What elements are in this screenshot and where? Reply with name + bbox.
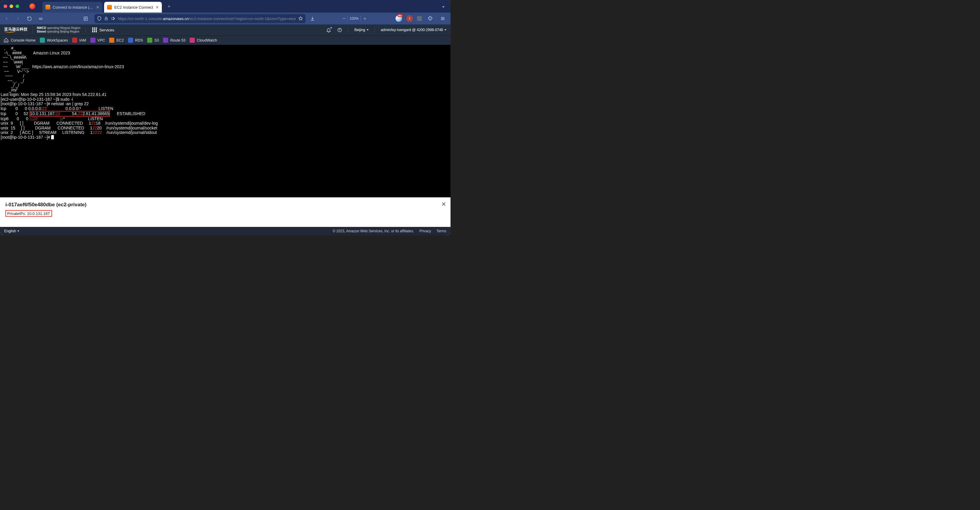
new-tab-button[interactable]: ＋ <box>164 3 174 10</box>
minimize-window-button[interactable] <box>10 5 13 8</box>
downloads-icon[interactable] <box>309 14 317 23</box>
aws-favicon-icon <box>46 5 50 10</box>
prompt-line: [ec2-user@ip-10-0-131-187 ~]$ sudo -i <box>1 97 73 102</box>
region-label: Beijing <box>355 28 365 32</box>
account-menu[interactable]: admin/lxy-Isengard @ 4200-2996-0748 <box>381 28 446 32</box>
close-panel-button[interactable]: ✕ <box>441 200 446 208</box>
aws-china-logo[interactable]: 亚马逊云科技 <box>4 27 27 33</box>
bookmark-star-icon[interactable] <box>298 16 303 21</box>
help-button[interactable] <box>337 27 342 33</box>
svc-route53[interactable]: Route 53 <box>163 38 186 43</box>
chevron-down-icon <box>444 29 446 30</box>
permissions-icon <box>111 16 116 21</box>
svc-iam[interactable]: IAM <box>72 38 86 43</box>
extension-badge: No <box>398 14 402 17</box>
svc-ec2[interactable]: EC2 <box>109 38 124 43</box>
browser-tab-bar: Connect to instance | EC2 | cn-n… ✕ EC2 … <box>0 0 450 13</box>
rds-icon <box>128 38 133 43</box>
terms-link[interactable]: Terms <box>436 229 446 233</box>
browser-tab-2-active[interactable]: EC2 Instance Connect ✕ <box>104 2 162 13</box>
language-label: English <box>4 229 16 233</box>
shield-icon <box>97 16 102 21</box>
extension-icon-2[interactable]: ! <box>406 15 413 22</box>
prompt-line: [root@ip-10-0-131-187 ~]# netstat -an | … <box>1 101 89 106</box>
route53-icon <box>163 38 168 43</box>
help-icon <box>337 27 342 33</box>
privacy-link[interactable]: Privacy <box>419 229 431 233</box>
netstat-line: ESTABLISHED <box>110 111 145 116</box>
last-login-line: Last login: Mon Sep 25 15:59:34 2023 fro… <box>1 92 107 97</box>
banner-title: Amazon Linux 2023 <box>33 51 70 55</box>
svc-vpc[interactable]: VPC <box>90 38 105 43</box>
services-grid-icon <box>92 27 97 32</box>
tab-label: EC2 Instance Connect <box>114 5 153 10</box>
svg-point-7 <box>113 19 114 20</box>
browser-toolbar: ∞ https://cn-north-1.console.amazonaws.c… <box>0 13 450 24</box>
ascii-art: ~~ \_#####\ ~~ \###| ~~ \#/ ___ <box>1 55 32 69</box>
chevron-down-icon <box>18 230 19 232</box>
close-tab-icon[interactable]: ✕ <box>96 5 99 10</box>
zoom-in-button[interactable]: ＋ <box>363 16 368 22</box>
highlight-22: 22 <box>91 121 96 126</box>
home-icon <box>3 38 9 43</box>
extensions-button[interactable] <box>426 14 434 23</box>
svc-s3[interactable]: S3 <box>147 38 159 43</box>
aws-partner-text: NWCD operating Ningxia Region Sinnet ope… <box>32 26 81 34</box>
zoom-level: 100% <box>349 16 359 21</box>
app-menu-button[interactable] <box>439 14 447 23</box>
svg-point-6 <box>114 18 115 19</box>
svc-cloudwatch[interactable]: CloudWatch <box>190 38 217 43</box>
extension-icon-3[interactable] <box>417 16 422 21</box>
services-menu[interactable]: Services <box>92 27 114 32</box>
instance-title: i-017aef6f50e480dbe (ec2-private) <box>5 202 445 208</box>
firefox-icon <box>29 3 35 9</box>
netstat-line: 20 /run/systemd/journal/socket <box>97 126 158 130</box>
multi-account-icon[interactable]: ∞ <box>37 14 45 23</box>
svc-console-home[interactable]: Console Home <box>3 38 36 43</box>
instance-info-panel: i-017aef6f50e480dbe (ec2-private) Privat… <box>0 197 450 227</box>
terminal-cursor <box>51 135 54 139</box>
language-selector[interactable]: English <box>4 229 19 233</box>
browser-tab-1[interactable]: Connect to instance | EC2 | cn-n… ✕ <box>43 2 102 13</box>
maximize-window-button[interactable] <box>16 5 19 8</box>
vpc-icon <box>90 38 95 43</box>
ascii-art: , #_ ~\_ ####_ <box>1 46 33 55</box>
terminal-output[interactable]: , #_ ~\_ ####_ Amazon Linux 2023 ~~ \_##… <box>0 45 450 197</box>
reader-view-icon[interactable] <box>81 14 90 23</box>
tabs-dropdown-icon[interactable] <box>439 3 447 9</box>
reload-button[interactable] <box>25 14 33 23</box>
region-selector[interactable]: Beijing <box>355 28 369 32</box>
netstat-line: tcp 0 0 0.0.0.0: <box>1 106 42 111</box>
netstat-line: unix 2 [ ACC ] STREAM LISTENING 1 <box>1 130 92 135</box>
netstat-line: /run/systemd/journal/stdout <box>102 130 157 135</box>
lock-icon <box>104 16 108 21</box>
back-button[interactable] <box>2 14 11 23</box>
window-controls <box>3 5 19 8</box>
svc-rds[interactable]: RDS <box>128 38 143 43</box>
highlight-22: 22 <box>33 116 38 121</box>
account-label: admin/lxy-Isengard @ 4200-2996-0748 <box>381 28 443 32</box>
close-window-button[interactable] <box>3 5 7 8</box>
svg-point-5 <box>113 17 114 18</box>
forward-button[interactable] <box>14 14 22 23</box>
highlight-22: 22 <box>92 126 97 130</box>
cloudwatch-icon <box>190 38 195 43</box>
notifications-button[interactable] <box>326 27 331 33</box>
ascii-art: ~~ V~' '-> ~~~ / ~~._. _/ _/ _/ _/m/' <box>1 69 29 92</box>
ec2-icon <box>109 38 114 43</box>
extension-icon-1[interactable]: No <box>396 15 402 22</box>
zoom-controls: − 100% ＋ <box>342 16 368 22</box>
services-label: Services <box>99 28 114 32</box>
netstat-line: unix 15 [ ] DGRAM CONNECTED 1 <box>1 126 92 130</box>
close-tab-icon[interactable]: ✕ <box>156 5 159 10</box>
url-text: https://cn-north-1.console.amazonaws.cn/… <box>118 16 296 21</box>
svg-rect-4 <box>105 18 107 20</box>
svc-workspaces[interactable]: WorkSpaces <box>40 38 68 43</box>
workspaces-icon <box>40 38 45 43</box>
address-bar[interactable]: https://cn-north-1.console.amazonaws.cn/… <box>94 14 305 23</box>
chevron-down-icon <box>367 29 369 30</box>
notification-dot-icon <box>330 27 332 29</box>
banner-url: https://aws.amazon.com/linux/amazon-linu… <box>32 64 124 69</box>
zoom-out-button[interactable]: − <box>342 16 346 22</box>
aws-favicon-icon <box>107 5 112 10</box>
